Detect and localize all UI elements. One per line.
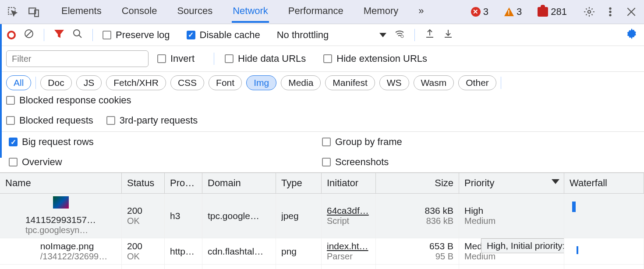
group-frame-checkbox[interactable]: Group by frame [322, 136, 626, 148]
chip-media[interactable]: Media [281, 75, 321, 90]
cell-domain: tpc.google… [202, 194, 276, 238]
chip-font[interactable]: Font [209, 75, 242, 90]
preserve-log-checkbox[interactable]: Preserve log [103, 29, 170, 41]
import-har-icon[interactable] [443, 28, 453, 42]
network-conditions-icon[interactable] [394, 28, 405, 42]
blocked-cookies-checkbox[interactable]: Blocked response cookies [6, 95, 131, 106]
hide-ext-label: Hide extension URLs [336, 53, 427, 64]
warnings-stat[interactable]: 3 [504, 6, 522, 18]
inspect-icon[interactable] [6, 5, 19, 18]
table-row[interactable]: 827299944997 200 64ca3df 12.0 kB Medium [0, 265, 644, 269]
col-priority-label: Priority [464, 177, 494, 188]
tab-performance[interactable]: Performance [287, 1, 344, 23]
big-rows-label: Big request rows [22, 136, 94, 148]
tab-console[interactable]: Console [121, 1, 158, 23]
overview-checkbox[interactable]: Overview [9, 156, 313, 168]
col-name[interactable]: Name [0, 173, 122, 193]
tab-memory[interactable]: Memory [363, 1, 399, 23]
clear-icon[interactable] [24, 28, 34, 42]
chip-wasm[interactable]: Wasm [414, 75, 454, 90]
table-row[interactable]: noImage.png/134122/32699… 200OK http… cd… [0, 238, 644, 265]
third-party-checkbox[interactable]: 3rd-party requests [106, 115, 198, 126]
more-tabs-icon[interactable]: » [418, 1, 425, 23]
svg-point-6 [609, 14, 611, 16]
throttling-value: No throttling [277, 29, 329, 41]
issues-stat[interactable]: 281 [538, 6, 567, 18]
resource-path: /134122/32699… [40, 251, 107, 262]
disable-cache-checkbox[interactable]: Disable cache [187, 29, 260, 41]
chip-manifest[interactable]: Manifest [325, 75, 375, 90]
chip-fetch[interactable]: Fetch/XHR [106, 75, 166, 90]
col-priority[interactable]: Priority [459, 173, 564, 193]
chip-img[interactable]: Img [246, 75, 276, 90]
cell-status: 200OK [122, 238, 165, 264]
export-har-icon[interactable] [425, 28, 435, 42]
filter-icon[interactable] [54, 28, 64, 42]
chevron-down-icon [379, 33, 386, 37]
chip-doc[interactable]: Doc [40, 75, 71, 90]
chip-ws[interactable]: WS [379, 75, 409, 90]
cell-protocol: h3 [165, 194, 202, 238]
network-settings-icon[interactable] [626, 28, 637, 42]
group-frame-label: Group by frame [335, 136, 402, 148]
col-protocol[interactable]: Prot… [165, 173, 202, 193]
search-icon[interactable] [72, 28, 83, 42]
tab-sources[interactable]: Sources [176, 1, 213, 23]
col-size[interactable]: Size [376, 173, 459, 193]
resource-thumbnail [53, 196, 69, 209]
col-type[interactable]: Type [276, 173, 322, 193]
panel-tabs: Elements Console Sources Network Perform… [60, 1, 425, 23]
chip-css[interactable]: CSS [170, 75, 204, 90]
cell-initiator[interactable]: 64ca3df [322, 265, 376, 269]
filter-input[interactable] [6, 50, 149, 67]
issues-icon [538, 7, 548, 17]
chip-js[interactable]: JS [76, 75, 102, 90]
issues-count: 281 [551, 6, 567, 18]
chip-other[interactable]: Other [458, 75, 496, 90]
cell-initiator[interactable]: index.ht…Parser [322, 238, 376, 264]
table-row[interactable]: 141152993157…tpc.googlesyn… 200OK h3 tpc… [0, 194, 644, 238]
disable-cache-label: Disable cache [200, 29, 260, 41]
close-icon[interactable] [625, 5, 638, 18]
divider [214, 53, 214, 65]
divider [35, 77, 36, 89]
hide-data-label: Hide data URLs [238, 53, 306, 64]
overview-label: Overview [22, 156, 62, 168]
invert-checkbox[interactable]: Invert [157, 53, 195, 64]
cell-name: noImage.png/134122/32699… [0, 238, 122, 264]
tab-elements[interactable]: Elements [60, 1, 103, 23]
hide-ext-urls-checkbox[interactable]: Hide extension URLs [323, 53, 427, 64]
sort-descending-icon [552, 179, 559, 184]
cell-initiator[interactable]: 64ca3df…Script [322, 194, 376, 238]
cell-domain [202, 265, 276, 269]
device-toggle-icon[interactable] [27, 5, 40, 18]
hide-data-urls-checkbox[interactable]: Hide data URLs [225, 53, 306, 64]
chip-all[interactable]: All [6, 75, 31, 90]
record-icon[interactable] [7, 31, 16, 39]
svg-point-8 [74, 30, 80, 36]
errors-count: 3 [483, 6, 488, 18]
col-waterfall[interactable]: Waterfall [564, 173, 644, 193]
col-domain[interactable]: Domain [202, 173, 276, 193]
cell-status: 200 [122, 265, 165, 269]
third-party-label: 3rd-party requests [120, 115, 198, 126]
warnings-count: 3 [517, 6, 522, 18]
kebab-icon[interactable] [604, 5, 617, 18]
cell-priority: MediuMedium High, Initial priority: Medi… [459, 238, 564, 264]
gear-icon[interactable] [583, 5, 596, 18]
screenshots-checkbox[interactable]: Screenshots [322, 156, 626, 168]
cell-status: 200OK [122, 194, 165, 238]
blocked-requests-checkbox[interactable]: Blocked requests [6, 115, 93, 126]
divider [414, 29, 415, 41]
warning-icon [504, 7, 514, 16]
col-status[interactable]: Status [122, 173, 165, 193]
throttling-select[interactable]: No throttling [277, 29, 387, 41]
svg-point-4 [609, 8, 611, 9]
errors-stat[interactable]: ✕3 [471, 6, 488, 18]
cell-size: 653 B95 B [376, 238, 459, 264]
resource-path: tpc.googlesyn… [25, 225, 96, 235]
side-accent [0, 24, 2, 158]
tab-network[interactable]: Network [232, 1, 269, 23]
big-rows-checkbox[interactable]: Big request rows [9, 136, 313, 148]
col-initiator[interactable]: Initiator [322, 173, 376, 193]
